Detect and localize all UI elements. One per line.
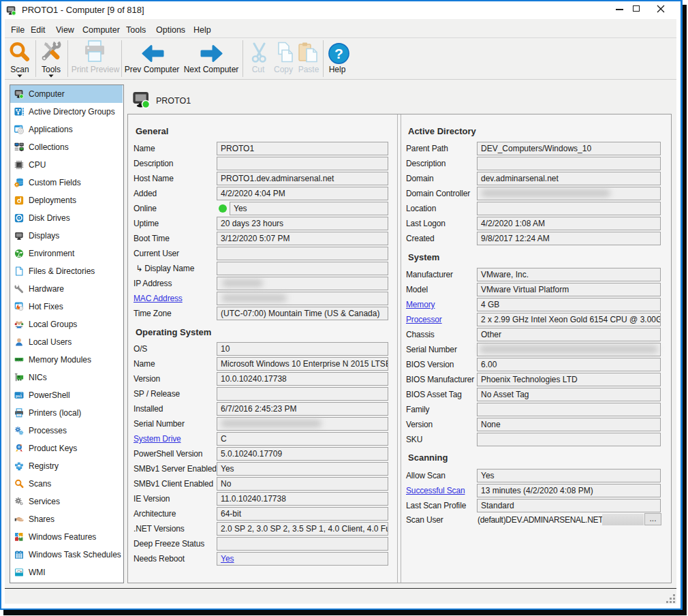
svg-text:?: ?	[334, 46, 343, 61]
svg-text:ps1: ps1	[16, 394, 22, 398]
